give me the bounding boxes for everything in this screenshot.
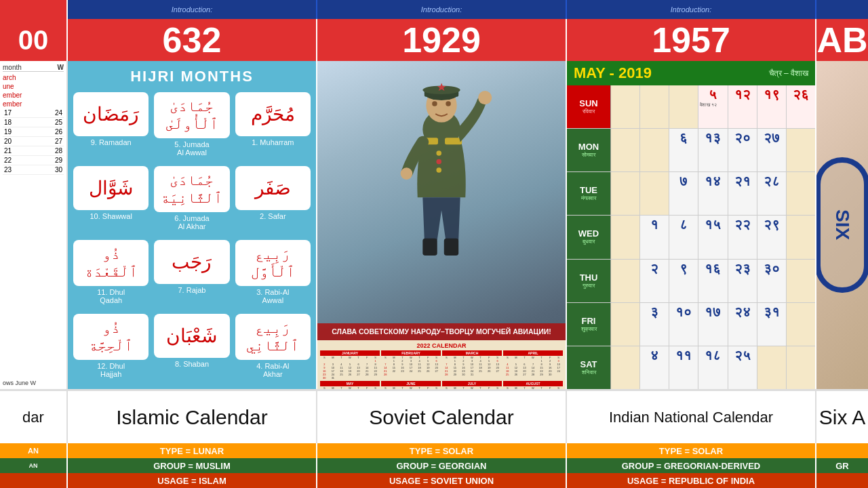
hijri-month-shawwal: شَوَّال 10. Shawwal (73, 166, 149, 235)
ic1 (611, 216, 640, 258)
soviet-month-feb: FEBRUARY SMTWTFS 123456 78910111213 1415… (381, 350, 441, 380)
ic5: २० (728, 129, 757, 171)
ic1 (611, 346, 640, 389)
indian-day-hi-fri: शुक्रवार (581, 326, 597, 333)
info-bars-row: AN AN TYPE = LUNAR GROUP = MUSLIM USAGE … (0, 443, 868, 488)
hijri-month-dhulhijjah: ذُو ٱلْحِجَّة 12. DhulHajjah (73, 314, 149, 382)
next-group-label: GR (835, 461, 849, 471)
indian-usage-label: USAGE = REPUBLIC OF INDIA (627, 476, 755, 486)
ic7 (787, 346, 815, 389)
soviet-month-mar: MARCH SMTWTFS 123456 78910111213 1415161… (442, 350, 502, 380)
hijri-label-shawwal: 10. Shawwal (90, 212, 132, 220)
prev-calendar-name: dar (22, 409, 44, 426)
indian-type: TYPE = SOLAR (567, 443, 815, 458)
indian-subtext: वैशाख १२ (700, 102, 726, 108)
prev-data-row-6: 2229 (3, 156, 64, 165)
ic7 (787, 303, 815, 346)
hijri-arabic-ramadan: رَمَضَان (73, 92, 149, 136)
indian-cells-tue: ७ १४ २१ २८ (611, 172, 815, 215)
indian-num: ९ (671, 261, 696, 277)
indian-usage: USAGE = REPUBLIC OF INDIA (567, 473, 815, 488)
soviet-months-grid-2: MAY SMTWTFS 1 2345678 JUNE SMTWTFS (320, 381, 563, 389)
hijri-month-rabiakhar: رَبِيع ٱلثَّانِي 4. Rabi-AlAkhar (235, 314, 311, 382)
prev-footer: ows June W (3, 377, 64, 386)
indian-group: GROUP = GREGORIAN-DERIVED (567, 458, 815, 473)
ic3: ९ (669, 260, 698, 302)
hijri-label-dhulqadah: 11. DhulQadah (97, 288, 125, 304)
hijri-arabic-shaban: شَعْبَان (154, 314, 229, 358)
ic7 (787, 129, 815, 171)
soviet-mini-calendar: 2022 CALENDAR JANUARY SMTWTFS 1 2345678 … (317, 340, 566, 389)
indian-num: २६ (788, 87, 814, 102)
hijri-arabic-rabiawwal: رَبِيع ٱلْأَوَّل (235, 240, 311, 286)
hijri-month-muharram: مُحَرَّم 1. Muharram (235, 92, 311, 161)
ic5: २५ (728, 346, 757, 389)
indian-num: १९ (759, 87, 785, 102)
ic1 (611, 303, 640, 346)
indian-cell-empty-2 (640, 85, 669, 128)
next-partial-label: SIX (831, 209, 853, 240)
indian-num: २० (730, 130, 755, 146)
prev-row-sep: ember (3, 91, 64, 100)
svg-point-9 (436, 159, 441, 165)
prev-data-row-3: 1926 (3, 127, 64, 137)
indian-num: ३० (759, 261, 785, 277)
prev-data-row-7: 2330 (3, 165, 64, 175)
indian-num: १७ (700, 304, 726, 320)
soviet-usage-label: USAGE = SOVIET UNION (389, 476, 494, 486)
islamic-group-label: GROUP = MUSLIM (153, 461, 231, 471)
islamic-usage: USAGE = ISLAM (68, 473, 316, 488)
ic5: २३ (728, 260, 757, 302)
hijri-label-rabiawwal: 3. Rabi-AlAwwal (256, 288, 289, 304)
hijri-grid: رَمَضَان 9. Ramadan جُمَادَىٰ ٱلْأُولَىٰ… (73, 92, 311, 382)
indian-name-cell: Indian National Calendar (567, 391, 816, 443)
indian-day-hi-thu: गुरुवार (583, 283, 595, 289)
hijri-label-shaban: 8. Shaban (175, 360, 209, 368)
indian-day-thu: THU गुरुवार (567, 260, 611, 302)
soviet-month-aug: AUGUST SMTWTFS 1234567 891011121314 (503, 381, 563, 389)
prev-row-june: une (3, 82, 64, 91)
indian-num: १३ (700, 130, 726, 146)
indian-cells-wed: १ ८ १५ २२ २९ (611, 216, 815, 258)
ic1 (611, 260, 640, 302)
prev-month-label: month (3, 64, 22, 71)
hijri-arabic-muharram: مُحَرَّم (235, 92, 311, 136)
indian-day-tue: TUE मंगलवार (567, 172, 611, 215)
islamic-calendar-name: Islamic Calendar (116, 406, 267, 429)
soviet-poster-text: СЛАВА СОВЕТСКОМУ НАРОДУ–ТВОРЦУ МОГУЧЕЙ А… (317, 323, 566, 340)
hijri-month-safar: صَفَر 2. Safar (235, 166, 311, 235)
hijri-arabic-safar: صَفَر (235, 166, 311, 210)
indian-type-label: TYPE = SOLAR (659, 446, 723, 456)
indian-day-mon: MON सोमवार (567, 129, 611, 171)
next-intro-cell (816, 0, 868, 19)
next-usage (816, 473, 868, 488)
soviet-group-label: GROUP = GEORGIAN (396, 461, 486, 471)
indian-day-hi-wed: बुधवार (583, 239, 595, 245)
indian-num: १ (642, 217, 667, 232)
indian-info: TYPE = SOLAR GROUP = GREGORIAN-DERIVED U… (567, 443, 816, 488)
indian-day-en-sat: SAT (580, 359, 597, 369)
islamic-intro-cell: Introduction: (68, 0, 317, 19)
indian-day-en-mon: MON (578, 142, 599, 152)
ic5: २२ (728, 216, 757, 258)
ic4: १८ (698, 346, 728, 389)
indian-day-en-fri: FRI (582, 316, 596, 326)
ic1 (611, 129, 640, 171)
next-content: SIX (816, 61, 868, 389)
indian-row-tue: TUE मंगलवार ७ १४ (567, 172, 815, 216)
hijri-month-jumada2: جُمَادَىٰ ٱلثَّانِيَة 6. JumadaAl Akhar (154, 166, 229, 235)
ic4: १७ (698, 303, 728, 346)
indian-num: २५ (730, 348, 755, 363)
soviet-info: TYPE = SOLAR GROUP = GEORGIAN USAGE = SO… (317, 443, 567, 488)
indian-day-en-sun: SUN (579, 98, 597, 108)
ic2 (640, 129, 669, 171)
indian-num: २१ (730, 174, 755, 189)
next-calendar-name: Six A (819, 406, 865, 429)
islamic-year-cell: 632 (68, 19, 317, 61)
indian-intro-label: Introduction: (671, 5, 712, 14)
prev-type-label: AN (28, 447, 39, 455)
hijri-label-dhulhijjah: 12. DhulHajjah (97, 362, 125, 378)
indian-num: २८ (759, 174, 785, 189)
indian-num: ५ (700, 87, 726, 102)
ic6: ३१ (757, 303, 787, 346)
